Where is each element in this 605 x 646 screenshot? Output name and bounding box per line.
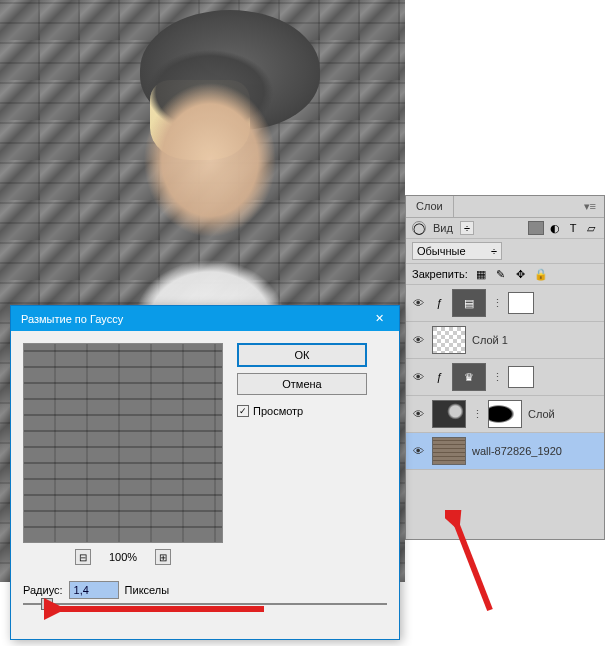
filter-toggle-icon[interactable]: ◯	[412, 221, 426, 235]
layer-name[interactable]: Слой	[528, 408, 600, 420]
zoom-controls: ⊟ 100% ⊞	[75, 549, 171, 565]
visibility-icon[interactable]: 👁	[410, 297, 426, 309]
close-icon[interactable]: ✕	[369, 312, 389, 325]
layer-row[interactable]: 👁 ƒ ▤ ⋮	[406, 285, 604, 322]
radius-label: Радиус:	[23, 584, 63, 596]
dialog-titlebar[interactable]: Размытие по Гауссу ✕	[11, 306, 399, 331]
app-root: user-life.com Слои ▾≡ ◯ Вид ÷ ◐ T ▱ Обыч…	[0, 0, 605, 646]
dialog-title: Размытие по Гауссу	[21, 313, 123, 325]
layer-name[interactable]: wall-872826_1920	[472, 445, 600, 457]
radius-input[interactable]	[69, 581, 119, 599]
panel-menu-icon[interactable]: ▾≡	[576, 196, 604, 217]
mask-thumb[interactable]	[508, 366, 534, 388]
link-icon: ⋮	[492, 297, 502, 310]
blend-mode-dropdown[interactable]: Обычные ÷	[412, 242, 502, 260]
layers-filter-row: ◯ Вид ÷ ◐ T ▱	[406, 218, 604, 239]
mask-thumb[interactable]	[488, 400, 522, 428]
ok-button[interactable]: ОК	[237, 343, 367, 367]
preview-checkbox-row[interactable]: ✓ Просмотр	[237, 405, 367, 417]
layer-list: 👁 ƒ ▤ ⋮ 👁 Слой 1 👁 ƒ ♛ ⋮ 👁	[406, 285, 604, 539]
kind-label: Вид	[430, 222, 456, 234]
radius-slider[interactable]	[11, 599, 399, 617]
layer-row[interactable]: 👁 Слой 1	[406, 322, 604, 359]
layers-panel: Слои ▾≡ ◯ Вид ÷ ◐ T ▱ Обычные ÷ Закрепит…	[405, 195, 605, 540]
zoom-in-button[interactable]: ⊞	[155, 549, 171, 565]
link-icon: ⋮	[472, 408, 482, 421]
visibility-icon[interactable]: 👁	[410, 334, 426, 346]
blend-row: Обычные ÷	[406, 239, 604, 264]
tab-layers[interactable]: Слои	[406, 196, 454, 217]
preview-image[interactable]	[23, 343, 223, 543]
layers-tabbar: Слои ▾≡	[406, 196, 604, 218]
lock-transparency-icon[interactable]: ▦	[474, 267, 488, 281]
zoom-out-button[interactable]: ⊟	[75, 549, 91, 565]
filter-type-icon[interactable]: T	[566, 221, 580, 235]
chevron-down-icon: ÷	[491, 245, 497, 257]
cancel-button[interactable]: Отмена	[237, 373, 367, 395]
dialog-buttons: ОК Отмена ✓ Просмотр	[237, 343, 367, 565]
kind-dropdown[interactable]: ÷	[460, 221, 474, 235]
layer-thumb[interactable]: ♛	[452, 363, 486, 391]
layer-row[interactable]: 👁 ƒ ♛ ⋮	[406, 359, 604, 396]
slider-track[interactable]	[23, 603, 387, 605]
dialog-body: ⊟ 100% ⊞ ОК Отмена ✓ Просмотр	[11, 331, 399, 577]
layer-thumb[interactable]: ▤	[452, 289, 486, 317]
visibility-icon[interactable]: 👁	[410, 408, 426, 420]
zoom-value: 100%	[109, 551, 137, 563]
layer-row-selected[interactable]: 👁 wall-872826_1920	[406, 433, 604, 470]
fx-icon[interactable]: ƒ	[432, 371, 446, 383]
layer-name[interactable]: Слой 1	[472, 334, 600, 346]
layer-thumb[interactable]	[432, 437, 466, 465]
filter-pixel-icon[interactable]	[528, 221, 544, 235]
lock-pixels-icon[interactable]: ✎	[494, 267, 508, 281]
radius-row: Радиус: Пикселы	[11, 581, 399, 599]
layer-thumb[interactable]	[432, 400, 466, 428]
radius-unit: Пикселы	[125, 584, 170, 596]
filter-adjust-icon[interactable]: ◐	[548, 221, 562, 235]
visibility-icon[interactable]: 👁	[410, 445, 426, 457]
blend-mode-value: Обычные	[417, 245, 466, 257]
lock-label: Закрепить:	[412, 268, 468, 280]
gaussian-blur-dialog: Размытие по Гауссу ✕ ⊟ 100% ⊞ ОК Отмена …	[10, 305, 400, 640]
layer-row[interactable]: 👁 ⋮ Слой	[406, 396, 604, 433]
lock-all-icon[interactable]: 🔒	[534, 267, 548, 281]
mask-thumb[interactable]	[508, 292, 534, 314]
preview-column: ⊟ 100% ⊞	[23, 343, 223, 565]
checkbox-icon[interactable]: ✓	[237, 405, 249, 417]
preview-checkbox-label: Просмотр	[253, 405, 303, 417]
layer-thumb[interactable]	[432, 326, 466, 354]
slider-handle[interactable]	[41, 598, 53, 610]
fx-icon[interactable]: ƒ	[432, 297, 446, 309]
visibility-icon[interactable]: 👁	[410, 371, 426, 383]
lock-position-icon[interactable]: ✥	[514, 267, 528, 281]
link-icon: ⋮	[492, 371, 502, 384]
filter-shape-icon[interactable]: ▱	[584, 221, 598, 235]
lock-row: Закрепить: ▦ ✎ ✥ 🔒	[406, 264, 604, 285]
